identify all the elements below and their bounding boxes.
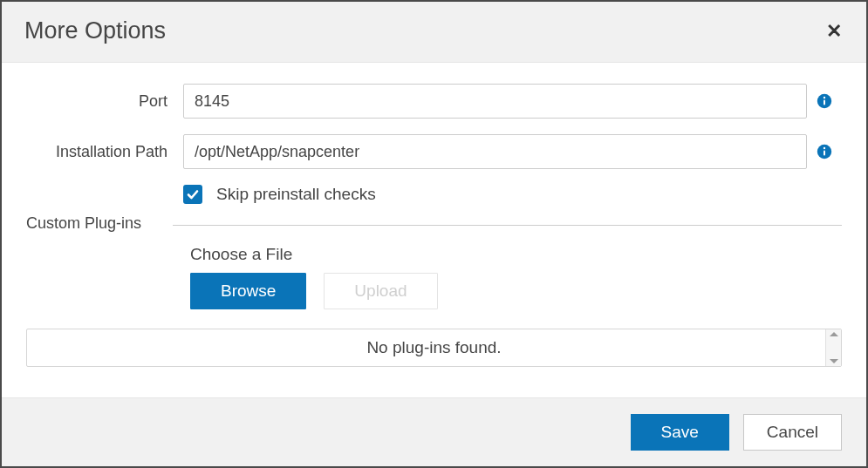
svg-rect-1 (824, 100, 825, 105)
save-button[interactable]: Save (631, 414, 729, 451)
scrollbar[interactable] (825, 329, 841, 366)
scroll-up-icon[interactable] (830, 332, 838, 336)
custom-plugins-section: Custom Plug-ins (26, 214, 842, 233)
file-upload-area: Choose a File Browse Upload (190, 245, 842, 309)
skip-preinstall-checkbox[interactable] (183, 185, 202, 204)
install-path-input[interactable] (183, 134, 807, 169)
port-label: Port (26, 92, 183, 111)
close-icon[interactable]: ✕ (823, 22, 845, 41)
modal-body: Port Installation Path Skip preinstall c… (2, 63, 866, 397)
upload-button: Upload (324, 273, 437, 309)
plugin-list: No plug-ins found. (26, 329, 842, 367)
svg-point-2 (824, 97, 825, 98)
svg-rect-4 (824, 151, 825, 156)
install-path-row: Installation Path (26, 134, 842, 169)
section-divider (173, 225, 842, 226)
info-icon[interactable] (817, 144, 832, 159)
custom-plugins-title: Custom Plug-ins (26, 214, 150, 233)
svg-point-5 (824, 147, 825, 149)
modal-header: More Options ✕ (2, 2, 866, 63)
modal-title: More Options (24, 17, 166, 44)
scroll-down-icon[interactable] (830, 359, 838, 363)
browse-button[interactable]: Browse (190, 273, 306, 309)
port-input[interactable] (183, 84, 807, 119)
plugin-list-empty-text: No plug-ins found. (366, 338, 501, 357)
skip-preinstall-label: Skip preinstall checks (216, 185, 376, 204)
modal-footer: Save Cancel (2, 397, 866, 466)
install-path-label: Installation Path (26, 143, 183, 161)
choose-file-label: Choose a File (190, 245, 842, 264)
more-options-modal: More Options ✕ Port Installation Path (0, 0, 868, 468)
info-icon[interactable] (817, 93, 832, 109)
cancel-button[interactable]: Cancel (743, 414, 842, 451)
skip-preinstall-row: Skip preinstall checks (183, 185, 842, 204)
port-row: Port (26, 84, 842, 119)
